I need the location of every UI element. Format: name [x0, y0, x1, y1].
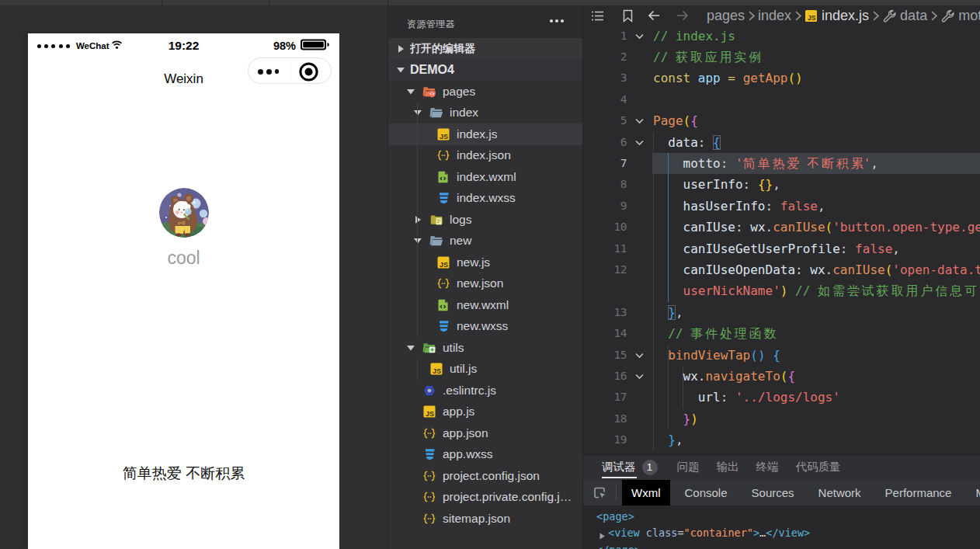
code-line-7[interactable]: 7 motto: '简单热爱 不断积累', — [583, 153, 980, 174]
debugger-tab-问题[interactable]: 问题 — [677, 455, 700, 480]
tree-item-index.js[interactable]: JSindex.js — [388, 123, 582, 145]
tree-item-label: app.wxss — [443, 447, 500, 461]
code-line-16[interactable]: 16 wx.navigateTo({ — [583, 366, 980, 387]
code-line-wrap[interactable]: userNickName') // 如需尝试获取用户信息可改为false — [583, 280, 980, 301]
tree-item-sitemap.json[interactable]: sitemap.json — [388, 508, 582, 530]
chevron-down-icon — [405, 342, 417, 354]
code-line-17[interactable]: 17 url: '../logs/logs' — [583, 387, 980, 408]
wxss-icon — [436, 191, 450, 205]
tree-item-DEMO4[interactable]: DEMO4 — [388, 60, 582, 82]
fold-chevron-icon[interactable] — [632, 110, 646, 131]
tree-item-app.json[interactable]: app.json — [388, 422, 582, 444]
capsule-button[interactable] — [248, 57, 332, 84]
tree-item-new.wxss[interactable]: new.wxss — [388, 316, 582, 338]
tree-item-logs[interactable]: logs — [388, 209, 582, 231]
json-icon — [422, 512, 436, 526]
tree-item-.eslintrc.js[interactable]: .eslintrc.js — [388, 380, 582, 401]
toolbar-separator — [387, 0, 388, 5]
code-line-5[interactable]: 5Page({ — [583, 110, 980, 131]
json-icon — [422, 490, 436, 504]
mini-program-navbar: Weixin — [28, 54, 339, 89]
line-number: 15 — [583, 345, 627, 366]
explorer-more-icon[interactable] — [549, 16, 565, 26]
debugger-tab-终端[interactable]: 终端 — [756, 455, 779, 480]
arrow-spacer — [405, 384, 417, 397]
simulator-panel: WeChat 19:22 98% Weixin — [0, 5, 387, 549]
devtools-tab-Performance[interactable]: Performance — [876, 480, 961, 506]
devtools-tab-Console[interactable]: Console — [676, 480, 737, 506]
debugger-tab-输出[interactable]: 输出 — [717, 455, 739, 480]
code-line-9[interactable]: 9 hasUserInfo: false, — [583, 196, 980, 217]
code-line-11[interactable]: 11 canIUseGetUserProfile: false, — [583, 238, 980, 259]
code-line-18[interactable]: 18 }) — [583, 408, 980, 429]
code-line-19[interactable]: 19 }, — [583, 429, 980, 450]
tree-item-[interactable]: 打开的编辑器 — [388, 38, 582, 60]
tree-item-utils[interactable]: utils — [388, 337, 582, 359]
indent-guide — [417, 359, 418, 380]
tab-label: 输出 — [717, 460, 739, 474]
tree-item-new[interactable]: new — [388, 231, 582, 252]
phone-screen: WeChat 19:22 98% Weixin — [28, 33, 339, 549]
code-line-13[interactable]: 13 }, — [583, 302, 980, 323]
tree-item-new.json[interactable]: new.json — [388, 273, 582, 295]
dom-node[interactable]: </page> — [583, 542, 980, 549]
devtools-tab-Network[interactable]: Network — [809, 480, 871, 506]
tree-item-util.js[interactable]: JSutil.js — [388, 359, 582, 380]
editor-panel: pagesindexJSindex.jsdatamotto 1// index.… — [582, 5, 980, 549]
code-editor[interactable]: 1// index.js2// 获取应用实例3const app = getAp… — [583, 20, 980, 454]
code-line-6[interactable]: 6 data: { — [583, 132, 980, 153]
tree-item-app.wxss[interactable]: app.wxss — [388, 444, 582, 466]
fold-chevron-icon[interactable] — [632, 132, 646, 153]
fold-chevron-icon[interactable] — [632, 366, 646, 387]
tree-item-label: utils — [443, 341, 471, 355]
code-line-10[interactable]: 10 canIUse: wx.canIUse('button.open-type… — [583, 217, 980, 238]
battery-icon — [300, 38, 331, 54]
line-number: 18 — [583, 408, 627, 429]
tree-item-app.js[interactable]: JSapp.js — [388, 401, 582, 423]
code-line-15[interactable]: 15 bindViewTap() { — [583, 345, 980, 366]
devtools-tab-Sources[interactable]: Sources — [742, 480, 804, 506]
js-icon: JS — [436, 127, 450, 141]
target-icon[interactable] — [298, 61, 319, 85]
code-line-8[interactable]: 8 userInfo: {}, — [583, 174, 980, 195]
tree-item-project.private.config.json[interactable]: project.private.config.json — [388, 487, 582, 509]
svg-text:JS: JS — [440, 132, 448, 140]
json-icon — [422, 426, 436, 440]
more-icon[interactable] — [258, 58, 279, 85]
devtools-tabbar: WxmlConsoleSourcesNetworkPerformanceMemo… — [617, 480, 980, 506]
code-line-4[interactable]: 4 — [583, 89, 980, 110]
folder-logs-icon — [429, 213, 443, 227]
capsule-divider — [290, 64, 291, 78]
fold-chevron-icon[interactable] — [632, 26, 646, 47]
explorer-title: 资源管理器 — [407, 18, 455, 31]
code-line-12[interactable]: 12 canIUseOpenData: wx.canIUse('open-dat… — [583, 259, 980, 280]
fold-chevron-icon[interactable] — [632, 345, 646, 366]
chevron-down-icon — [394, 64, 407, 76]
tree-item-index.json[interactable]: index.json — [388, 145, 582, 167]
inspect-element-icon[interactable] — [583, 480, 616, 506]
tree-item-index.wxss[interactable]: index.wxss — [388, 188, 582, 210]
code-line-14[interactable]: 14 // 事件处理函数 — [583, 323, 980, 344]
debugger-tab-代码质量[interactable]: 代码质量 — [796, 455, 841, 480]
debugger-tab-调试器[interactable]: 调试器1 — [602, 455, 658, 480]
code-line-3[interactable]: 3const app = getApp() — [583, 68, 980, 89]
code-line-1[interactable]: 1// index.js — [583, 26, 980, 47]
tree-item-new.wxml[interactable]: new.wxml — [388, 294, 582, 316]
dom-node[interactable]: <page> — [583, 509, 980, 525]
tree-item-project.config.json[interactable]: project.config.json — [388, 465, 582, 487]
tree-item-index[interactable]: index — [388, 103, 582, 124]
line-number: 7 — [583, 153, 627, 174]
devtools-tab-Wxml[interactable]: Wxml — [622, 480, 670, 506]
tab-label: 调试器 — [602, 460, 636, 474]
tab-label: 代码质量 — [796, 460, 841, 474]
tree-item-label: new.wxss — [457, 319, 515, 333]
avatar[interactable]: c=3 — [159, 188, 209, 238]
dom-node[interactable]: <view class="container">…</view> — [583, 525, 980, 541]
tree-item-index.wxml[interactable]: index.wxml — [388, 166, 582, 188]
eslint-icon — [422, 384, 436, 398]
tree-item-new.js[interactable]: JSnew.js — [388, 252, 582, 273]
tree-item-pages[interactable]: pages — [388, 81, 582, 103]
devtools-tab-Memory[interactable]: Memory — [966, 480, 980, 506]
code-line-2[interactable]: 2// 获取应用实例 — [583, 47, 980, 68]
wxml-dom-tree[interactable]: <page><view class="container">…</view></… — [583, 506, 980, 549]
